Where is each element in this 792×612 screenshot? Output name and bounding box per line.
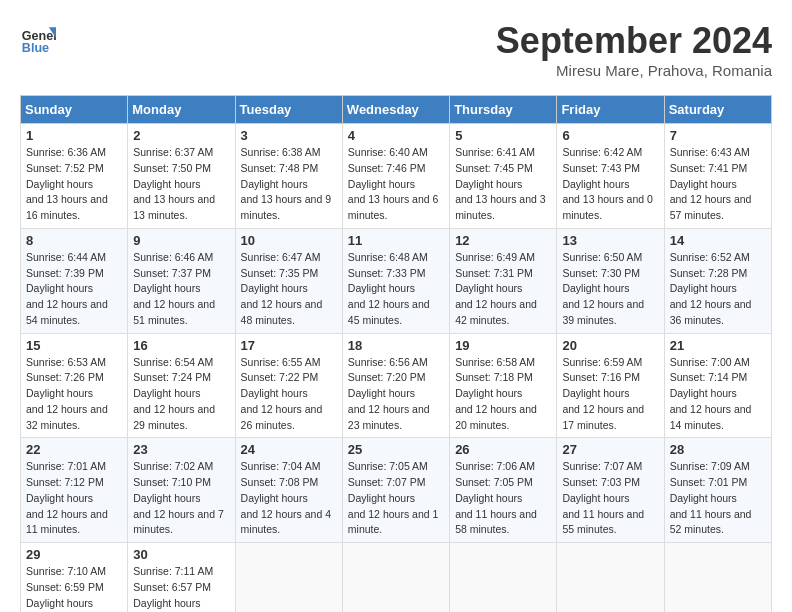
day-info: Sunrise: 6:41 AM Sunset: 7:45 PM Dayligh… <box>455 145 551 224</box>
calendar-day-cell: 13 Sunrise: 6:50 AM Sunset: 7:30 PM Dayl… <box>557 228 664 333</box>
day-info: Sunrise: 6:54 AM Sunset: 7:24 PM Dayligh… <box>133 355 229 434</box>
day-number: 2 <box>133 128 229 143</box>
day-number: 28 <box>670 442 766 457</box>
day-info: Sunrise: 6:55 AM Sunset: 7:22 PM Dayligh… <box>241 355 337 434</box>
calendar-day-cell: 11 Sunrise: 6:48 AM Sunset: 7:33 PM Dayl… <box>342 228 449 333</box>
calendar-day-cell: 10 Sunrise: 6:47 AM Sunset: 7:35 PM Dayl… <box>235 228 342 333</box>
calendar-day-cell: 17 Sunrise: 6:55 AM Sunset: 7:22 PM Dayl… <box>235 333 342 438</box>
day-info: Sunrise: 7:02 AM Sunset: 7:10 PM Dayligh… <box>133 459 229 538</box>
logo-icon: General Blue <box>20 20 56 56</box>
day-number: 16 <box>133 338 229 353</box>
calendar-day-cell: 27 Sunrise: 7:07 AM Sunset: 7:03 PM Dayl… <box>557 438 664 543</box>
calendar-day-header: Tuesday <box>235 96 342 124</box>
calendar-day-cell: 1 Sunrise: 6:36 AM Sunset: 7:52 PM Dayli… <box>21 124 128 229</box>
day-number: 29 <box>26 547 122 562</box>
day-number: 17 <box>241 338 337 353</box>
calendar-week-row: 8 Sunrise: 6:44 AM Sunset: 7:39 PM Dayli… <box>21 228 772 333</box>
day-number: 5 <box>455 128 551 143</box>
day-number: 22 <box>26 442 122 457</box>
day-info: Sunrise: 6:40 AM Sunset: 7:46 PM Dayligh… <box>348 145 444 224</box>
day-info: Sunrise: 6:38 AM Sunset: 7:48 PM Dayligh… <box>241 145 337 224</box>
calendar-day-header: Thursday <box>450 96 557 124</box>
calendar-day-cell: 7 Sunrise: 6:43 AM Sunset: 7:41 PM Dayli… <box>664 124 771 229</box>
month-title: September 2024 <box>496 20 772 62</box>
calendar-day-cell: 20 Sunrise: 6:59 AM Sunset: 7:16 PM Dayl… <box>557 333 664 438</box>
calendar-day-cell: 8 Sunrise: 6:44 AM Sunset: 7:39 PM Dayli… <box>21 228 128 333</box>
day-info: Sunrise: 7:01 AM Sunset: 7:12 PM Dayligh… <box>26 459 122 538</box>
day-info: Sunrise: 6:53 AM Sunset: 7:26 PM Dayligh… <box>26 355 122 434</box>
day-info: Sunrise: 7:10 AM Sunset: 6:59 PM Dayligh… <box>26 564 122 612</box>
day-number: 11 <box>348 233 444 248</box>
day-number: 14 <box>670 233 766 248</box>
calendar-day-cell <box>664 543 771 613</box>
day-info: Sunrise: 6:37 AM Sunset: 7:50 PM Dayligh… <box>133 145 229 224</box>
calendar-day-header: Friday <box>557 96 664 124</box>
calendar-day-cell: 21 Sunrise: 7:00 AM Sunset: 7:14 PM Dayl… <box>664 333 771 438</box>
day-number: 3 <box>241 128 337 143</box>
calendar-day-cell: 28 Sunrise: 7:09 AM Sunset: 7:01 PM Dayl… <box>664 438 771 543</box>
calendar-day-cell <box>342 543 449 613</box>
title-block: September 2024 Miresu Mare, Prahova, Rom… <box>496 20 772 79</box>
calendar-body: 1 Sunrise: 6:36 AM Sunset: 7:52 PM Dayli… <box>21 124 772 613</box>
day-number: 12 <box>455 233 551 248</box>
calendar-day-header: Wednesday <box>342 96 449 124</box>
day-info: Sunrise: 6:42 AM Sunset: 7:43 PM Dayligh… <box>562 145 658 224</box>
svg-text:Blue: Blue <box>22 41 49 55</box>
day-info: Sunrise: 6:44 AM Sunset: 7:39 PM Dayligh… <box>26 250 122 329</box>
day-number: 13 <box>562 233 658 248</box>
day-number: 9 <box>133 233 229 248</box>
calendar-day-cell <box>450 543 557 613</box>
calendar-day-cell: 30 Sunrise: 7:11 AM Sunset: 6:57 PM Dayl… <box>128 543 235 613</box>
calendar-header-row: SundayMondayTuesdayWednesdayThursdayFrid… <box>21 96 772 124</box>
day-info: Sunrise: 6:36 AM Sunset: 7:52 PM Dayligh… <box>26 145 122 224</box>
calendar-week-row: 29 Sunrise: 7:10 AM Sunset: 6:59 PM Dayl… <box>21 543 772 613</box>
day-number: 10 <box>241 233 337 248</box>
day-number: 20 <box>562 338 658 353</box>
calendar-day-cell: 25 Sunrise: 7:05 AM Sunset: 7:07 PM Dayl… <box>342 438 449 543</box>
calendar-week-row: 1 Sunrise: 6:36 AM Sunset: 7:52 PM Dayli… <box>21 124 772 229</box>
day-number: 23 <box>133 442 229 457</box>
calendar-day-cell: 16 Sunrise: 6:54 AM Sunset: 7:24 PM Dayl… <box>128 333 235 438</box>
day-info: Sunrise: 6:59 AM Sunset: 7:16 PM Dayligh… <box>562 355 658 434</box>
calendar-day-cell: 3 Sunrise: 6:38 AM Sunset: 7:48 PM Dayli… <box>235 124 342 229</box>
calendar-day-cell: 5 Sunrise: 6:41 AM Sunset: 7:45 PM Dayli… <box>450 124 557 229</box>
calendar-day-cell: 19 Sunrise: 6:58 AM Sunset: 7:18 PM Dayl… <box>450 333 557 438</box>
location-title: Miresu Mare, Prahova, Romania <box>496 62 772 79</box>
day-info: Sunrise: 6:48 AM Sunset: 7:33 PM Dayligh… <box>348 250 444 329</box>
day-info: Sunrise: 7:05 AM Sunset: 7:07 PM Dayligh… <box>348 459 444 538</box>
day-info: Sunrise: 6:49 AM Sunset: 7:31 PM Dayligh… <box>455 250 551 329</box>
calendar-day-cell: 24 Sunrise: 7:04 AM Sunset: 7:08 PM Dayl… <box>235 438 342 543</box>
day-number: 6 <box>562 128 658 143</box>
day-info: Sunrise: 6:46 AM Sunset: 7:37 PM Dayligh… <box>133 250 229 329</box>
day-info: Sunrise: 6:56 AM Sunset: 7:20 PM Dayligh… <box>348 355 444 434</box>
calendar-day-cell <box>235 543 342 613</box>
day-info: Sunrise: 7:11 AM Sunset: 6:57 PM Dayligh… <box>133 564 229 612</box>
calendar-table: SundayMondayTuesdayWednesdayThursdayFrid… <box>20 95 772 612</box>
day-info: Sunrise: 7:07 AM Sunset: 7:03 PM Dayligh… <box>562 459 658 538</box>
calendar-day-cell <box>557 543 664 613</box>
day-number: 15 <box>26 338 122 353</box>
day-number: 18 <box>348 338 444 353</box>
calendar-day-cell: 22 Sunrise: 7:01 AM Sunset: 7:12 PM Dayl… <box>21 438 128 543</box>
day-number: 7 <box>670 128 766 143</box>
day-info: Sunrise: 6:43 AM Sunset: 7:41 PM Dayligh… <box>670 145 766 224</box>
calendar-day-cell: 4 Sunrise: 6:40 AM Sunset: 7:46 PM Dayli… <box>342 124 449 229</box>
page-header: General Blue September 2024 Miresu Mare,… <box>20 20 772 79</box>
day-info: Sunrise: 6:52 AM Sunset: 7:28 PM Dayligh… <box>670 250 766 329</box>
day-number: 21 <box>670 338 766 353</box>
day-number: 1 <box>26 128 122 143</box>
logo: General Blue <box>20 20 56 56</box>
day-info: Sunrise: 6:50 AM Sunset: 7:30 PM Dayligh… <box>562 250 658 329</box>
calendar-day-cell: 2 Sunrise: 6:37 AM Sunset: 7:50 PM Dayli… <box>128 124 235 229</box>
day-number: 19 <box>455 338 551 353</box>
day-number: 25 <box>348 442 444 457</box>
calendar-day-header: Saturday <box>664 96 771 124</box>
day-number: 8 <box>26 233 122 248</box>
day-number: 26 <box>455 442 551 457</box>
day-info: Sunrise: 7:09 AM Sunset: 7:01 PM Dayligh… <box>670 459 766 538</box>
calendar-day-cell: 15 Sunrise: 6:53 AM Sunset: 7:26 PM Dayl… <box>21 333 128 438</box>
day-info: Sunrise: 7:00 AM Sunset: 7:14 PM Dayligh… <box>670 355 766 434</box>
day-number: 4 <box>348 128 444 143</box>
calendar-day-cell: 23 Sunrise: 7:02 AM Sunset: 7:10 PM Dayl… <box>128 438 235 543</box>
calendar-day-header: Sunday <box>21 96 128 124</box>
